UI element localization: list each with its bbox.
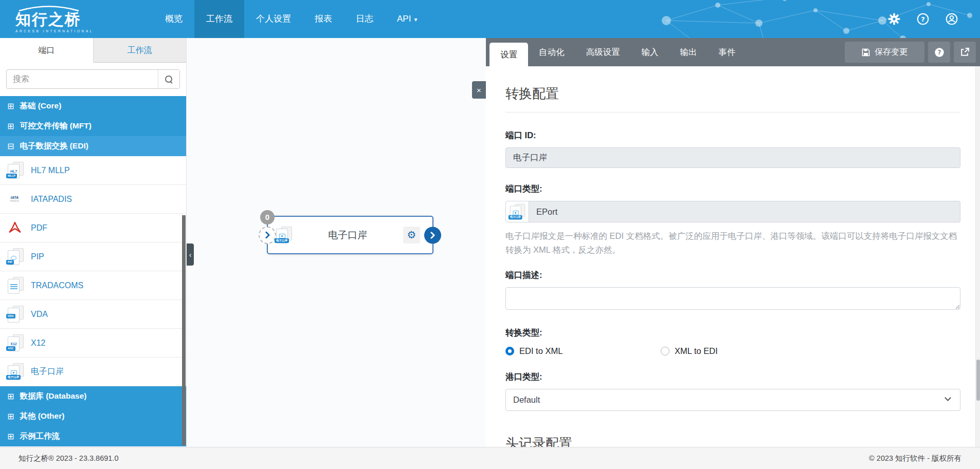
iatapadis-icon: IATA PADIS — [8, 191, 24, 208]
workflow-node-eport[interactable]: 0 电子口岸 电子口岸 ⚙ — [267, 216, 433, 254]
eport-node-icon: 电子口岸 — [276, 227, 292, 243]
form-group-port-type: 端口类型: 电子口岸 电子口岸报文是一种标准的 EDI 文档格式。被广泛的应用于… — [505, 183, 960, 256]
sidebar-scrollbar[interactable] — [182, 215, 186, 445]
group-label: 其他 (Other) — [20, 411, 64, 422]
node-title: 电子口岸 — [292, 229, 403, 242]
expand-icon: ⊞ — [7, 122, 14, 130]
port-item-x12[interactable]: X12 ASC X12 — [0, 329, 186, 358]
app-logo[interactable]: 知行之桥 ARCESB INTERNATIONAL — [15, 5, 123, 33]
section-title-transform-config: 转换配置 — [505, 85, 960, 103]
user-account-icon[interactable] — [945, 12, 958, 26]
panel-tab-settings[interactable]: 设置 — [489, 43, 528, 66]
port-description-input[interactable] — [505, 287, 960, 310]
panel-tab-output[interactable]: 输出 — [669, 38, 708, 66]
save-changes-button[interactable]: 保存变更 — [845, 42, 924, 63]
expand-icon: ⊞ — [7, 102, 14, 110]
navbar-actions: ? — [887, 12, 980, 26]
expand-icon: ⊞ — [7, 392, 14, 401]
main-area: 端口 工作流 ⊞ 基础 (Core) ⊞ 可控文件传输 (MFT) ⊟ 电子数据… — [0, 38, 980, 447]
node-output-connector[interactable] — [424, 227, 441, 243]
panel-tab-events[interactable]: 事件 — [708, 38, 747, 66]
port-type-icon-box: 电子口岸 — [505, 201, 529, 222]
logo-subtitle: ARCESB INTERNATIONAL — [15, 29, 123, 33]
seaport-type-select[interactable]: Default — [505, 389, 960, 411]
workflow-canvas[interactable]: ‹ 0 电子口岸 电子口岸 ⚙ × — [187, 38, 486, 447]
help-icon[interactable]: ? — [916, 12, 930, 26]
svg-text:?: ? — [937, 49, 941, 56]
port-item-iatapadis[interactable]: IATA PADIS IATAPADIS — [0, 185, 186, 214]
panel-close-icon[interactable]: × — [472, 81, 486, 99]
sidebar-collapse-handle[interactable]: ‹ — [187, 243, 194, 266]
sidebar-tab-workflows[interactable]: 工作流 — [94, 38, 187, 63]
sidebar: 端口 工作流 ⊞ 基础 (Core) ⊞ 可控文件传输 (MFT) ⊟ 电子数据… — [0, 38, 187, 447]
search-button[interactable] — [158, 70, 179, 88]
sidebar-search-area — [0, 63, 186, 96]
radio-selected-icon — [505, 347, 514, 355]
panel-tab-advanced[interactable]: 高级设置 — [575, 38, 631, 66]
expand-icon: ⊞ — [7, 412, 14, 421]
group-label: 电子数据交换 (EDI) — [20, 141, 88, 152]
port-item-pip[interactable]: PIP PIP — [0, 242, 186, 271]
nav-item-logs[interactable]: 日志 — [344, 0, 385, 38]
save-changes-label: 保存变更 — [875, 47, 908, 58]
radio-unselected-icon — [661, 347, 669, 355]
sidebar-group-sample-workflows[interactable]: ⊞ 示例工作流 — [0, 426, 186, 446]
node-count-badge: 0 — [260, 210, 275, 224]
port-id-label: 端口 ID: — [505, 130, 960, 141]
logo-title: 知行之桥 — [15, 11, 123, 28]
panel-header: 设置 自动化 高级设置 输入 输出 事件 保存变更 — [486, 38, 980, 66]
sidebar-group-other[interactable]: ⊞ 其他 (Other) — [0, 406, 186, 426]
port-item-eport[interactable]: 电子口岸 电子口岸 — [0, 358, 186, 386]
group-label: 基础 (Core) — [20, 101, 61, 111]
section-divider — [505, 112, 960, 112]
port-id-field — [505, 147, 960, 168]
copyright-text: © 2023 知行软件 - 版权所有 — [869, 454, 961, 463]
nav-item-overview[interactable]: 概览 — [153, 0, 194, 38]
transform-type-label: 转换类型: — [505, 327, 960, 339]
radio-label: XML to EDI — [675, 346, 718, 356]
port-item-label: 电子口岸 — [31, 366, 64, 377]
panel-actions: 保存变更 ? — [845, 38, 980, 66]
port-description-label: 端口描述: — [505, 270, 960, 281]
node-input-connector[interactable] — [259, 227, 276, 244]
nav-item-profile[interactable]: 个人设置 — [244, 0, 303, 38]
nav-item-workflows[interactable]: 工作流 — [194, 0, 244, 38]
port-item-tradacoms[interactable]: TRADACOMS — [0, 271, 186, 300]
sidebar-group-database[interactable]: ⊞ 数据库 (Database) — [0, 386, 186, 406]
form-group-port-description: 端口描述: — [505, 270, 960, 312]
settings-gear-icon[interactable] — [887, 12, 901, 26]
sidebar-group-core[interactable]: ⊞ 基础 (Core) — [0, 96, 186, 116]
open-external-icon[interactable] — [954, 42, 976, 63]
node-settings-gear-icon[interactable]: ⚙ — [403, 227, 420, 243]
panel-scrollbar-thumb[interactable] — [976, 360, 980, 401]
panel-help-icon[interactable]: ? — [928, 42, 950, 63]
sidebar-group-edi[interactable]: ⊟ 电子数据交换 (EDI) — [0, 136, 186, 156]
x12-icon: X12 ASC — [8, 334, 24, 351]
nav-item-api[interactable]: API▾ — [385, 0, 429, 38]
panel-tab-automation[interactable]: 自动化 — [528, 38, 575, 66]
seaport-type-label: 港口类型: — [505, 371, 960, 383]
nav-item-reports[interactable]: 报表 — [303, 0, 344, 38]
vda-icon: VDA — [8, 306, 24, 323]
radio-xml-to-edi[interactable]: XML to EDI — [661, 346, 816, 356]
chevron-left-icon: ‹ — [189, 251, 192, 259]
port-item-vda[interactable]: VDA VDA — [0, 300, 186, 329]
port-item-label: IATAPADIS — [31, 195, 72, 204]
radio-edi-to-xml[interactable]: EDI to XML — [505, 346, 661, 356]
section-title-header-record-config: 头记录配置 — [505, 435, 960, 447]
port-type-field — [529, 201, 960, 222]
panel-scrollbar[interactable] — [975, 66, 980, 447]
save-icon — [862, 48, 870, 57]
sidebar-tab-ports[interactable]: 端口 — [0, 38, 94, 63]
sidebar-group-mft[interactable]: ⊞ 可控文件传输 (MFT) — [0, 116, 186, 136]
port-item-label: X12 — [31, 339, 45, 348]
search-input[interactable] — [7, 70, 158, 88]
port-item-pdf[interactable]: PDF — [0, 214, 186, 242]
app-root: 知行之桥 ARCESB INTERNATIONAL 概览 工作流 个人设置 报表… — [0, 0, 980, 469]
panel-body: 转换配置 端口 ID: 端口类型: 电子口岸 — [486, 66, 980, 447]
group-label: 可控文件传输 (MFT) — [20, 121, 91, 132]
port-item-hl7-mllp[interactable]: HL7 MLLP HL7 MLLP — [0, 156, 186, 185]
port-item-label: PIP — [31, 252, 44, 261]
panel-tab-input[interactable]: 输入 — [631, 38, 669, 66]
nav-item-api-label: API — [397, 14, 411, 24]
